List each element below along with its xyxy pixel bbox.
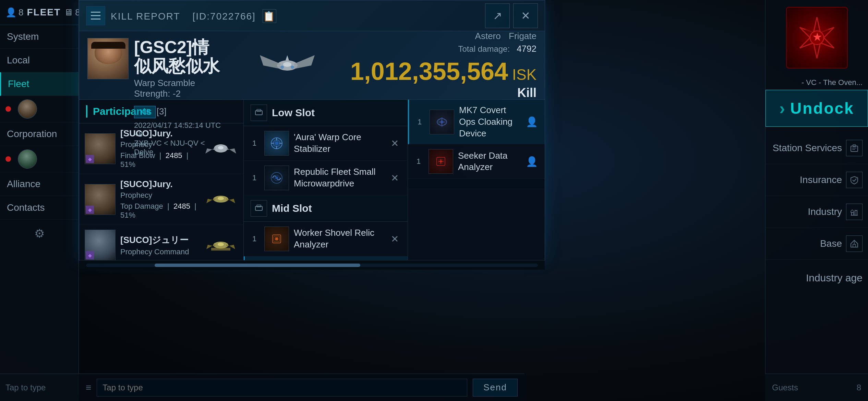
industry-icon	[846, 204, 863, 220]
faction-logo-svg: ★	[793, 14, 841, 62]
mid-slot-icon	[251, 200, 267, 217]
kill-type-label: Kill	[350, 86, 537, 100]
ship-small-svg-3	[205, 236, 236, 255]
export-button[interactable]: ↗	[485, 3, 510, 28]
undock-button[interactable]: › Undock	[765, 90, 868, 127]
right-item-1[interactable]: 1 MK7 Covert Ops Cloaking Device 👤	[408, 100, 545, 144]
damage-line: Total damage: 4792	[350, 44, 537, 54]
sidebar-item-system[interactable]: System	[0, 25, 79, 49]
nav-item-station-services[interactable]: Station Services	[765, 132, 868, 164]
chat-menu-icon[interactable]: ≡	[86, 382, 91, 393]
item-qty-2: 1	[249, 173, 260, 182]
person-icon-covert[interactable]: 👤	[524, 114, 539, 130]
scrollbar-container	[79, 260, 545, 270]
nav-item-insurance[interactable]: Insurance	[765, 164, 868, 196]
participant-info-2: [SUCO]Jury. Prophecy Top Damage | 2485 |…	[120, 179, 199, 220]
participant-entry-2[interactable]: ◆ [SUCO]Jury. Prophecy Top Damage | 2485…	[79, 174, 243, 225]
nav-item-base[interactable]: Base	[765, 228, 868, 260]
item-name-3: Worker Shovel Relic Analyzer	[294, 227, 382, 251]
total-damage-value: 4792	[517, 44, 537, 54]
participant-info-3: [SUCO]ジュリー Prophecy Command	[120, 234, 199, 256]
svg-point-2	[280, 65, 284, 69]
kill-stats: Astero Frigate Total damage: 4792 1,012,…	[342, 31, 545, 99]
item-remove-1[interactable]: ✕	[387, 136, 402, 151]
chat-bottom-bar: ≡ Send	[79, 374, 525, 401]
low-slot-icon	[251, 105, 267, 121]
sidebar-item-fleet[interactable]: Fleet	[0, 72, 79, 96]
rank-icon-2: ◆	[86, 206, 94, 214]
industry-age-label: Industry age	[771, 272, 863, 284]
guests-label: Guests	[772, 383, 798, 392]
participant-entry-3[interactable]: ◆ [SUCO]ジュリー Prophecy Command	[79, 225, 243, 260]
low-slot-item-1[interactable]: 1 'Aura' Warp Core Stabilizer ✕	[244, 126, 408, 161]
right-item-name-2: Seeker Data Analyzer	[458, 150, 519, 173]
kill-report-id: [ID:7022766]	[193, 11, 256, 22]
right-item-name-1: MK7 Covert Ops Cloaking Device	[459, 105, 519, 139]
fleet-count: 👤 8	[5, 7, 23, 18]
victim-section: [GSC2]情似风愁似水 Warp Scramble Strength: -2 …	[79, 31, 232, 99]
kill-report-title-text: KILL REPORT	[111, 11, 180, 22]
dialog-title: KILL REPORT [ID:7022766] 📋	[111, 8, 480, 23]
mid-slot-item-2[interactable]: 1 'Explorer' Wide Range Wave... 👤	[244, 256, 408, 260]
low-slot-item-2[interactable]: 1 Republic Fleet Small Microwarpdrive ✕	[244, 161, 408, 195]
isk-unit: ISK	[512, 66, 537, 83]
menu-line-2	[91, 15, 100, 16]
industry-label: Industry	[808, 206, 842, 217]
participant-entry-1[interactable]: ◆ [SUCO]Jury. Prophecy Final Blow | 2485…	[79, 123, 243, 174]
sidebar-item-local[interactable]: Local	[0, 49, 79, 72]
sidebar-item-alliance[interactable]: Alliance	[0, 172, 79, 196]
kill-report-dialog: KILL REPORT [ID:7022766] 📋 ↗ ✕ [GSC	[79, 0, 545, 260]
dialog-titlebar: KILL REPORT [ID:7022766] 📋 ↗ ✕	[79, 0, 545, 31]
sidebar-item-contacts[interactable]: Contacts	[0, 196, 79, 220]
sidebar-label-contacts: Contacts	[7, 202, 45, 213]
nav-item-industry[interactable]: Industry	[765, 196, 868, 228]
menu-icon-button[interactable]	[86, 6, 105, 25]
item-name-2: Republic Fleet Small Microwarpdrive	[294, 166, 382, 190]
damage-1: 2485	[166, 151, 182, 160]
scrollbar-track[interactable]	[86, 264, 538, 267]
copy-icon[interactable]: 📋	[263, 9, 276, 23]
scrollbar-thumb[interactable]	[155, 264, 360, 267]
settings-button[interactable]: ⚙	[30, 224, 49, 243]
damage-2: 2485	[173, 202, 190, 210]
percent-1: 51%	[120, 160, 135, 169]
victim-avatar-face	[88, 38, 128, 79]
sidebar-item-corporation[interactable]: Corporation	[0, 122, 79, 146]
item-remove-2[interactable]: ✕	[387, 170, 402, 185]
warp-core-icon	[264, 131, 289, 156]
participant-ship-3: Prophecy Command	[120, 247, 199, 256]
covert-ops-icon	[430, 110, 454, 134]
total-damage-label: Total damage:	[458, 44, 510, 53]
svg-point-1	[283, 62, 291, 67]
send-button[interactable]: Send	[473, 379, 518, 397]
item-remove-3[interactable]: ✕	[387, 231, 402, 246]
ship-small-svg-2	[205, 190, 236, 209]
participant-info-1: [SUCO]Jury. Prophecy Final Blow | 2485 |…	[120, 128, 199, 169]
avatar-1	[18, 99, 37, 119]
mid-slot-item-1[interactable]: 1 Worker Shovel Relic Analyzer ✕	[244, 222, 408, 256]
right-item-qty-1: 1	[414, 118, 425, 126]
victim-corp-info: Warp Scramble Strength: -2	[134, 78, 224, 99]
fleet-count-value: 8	[19, 7, 23, 18]
location-label: - VC - The Oven...	[765, 75, 868, 90]
close-dialog-button[interactable]: ✕	[513, 3, 538, 28]
status-dot-2	[5, 156, 11, 162]
sidebar-label-system: System	[7, 31, 39, 42]
base-label: Base	[820, 238, 842, 249]
fleet-label: FLEET	[27, 7, 61, 18]
svg-rect-52	[855, 210, 857, 215]
victim-name: [GSC2]情似风愁似水	[134, 38, 224, 76]
relic-analyzer-icon	[264, 227, 289, 251]
participant-avatar-2: ◆	[85, 184, 116, 215]
person-icon-seeker[interactable]: 👤	[524, 154, 539, 169]
participant-name-3: [SUCO]ジュリー	[120, 234, 199, 246]
chat-input-field[interactable]	[97, 379, 467, 397]
ship-name: Astero	[475, 31, 501, 41]
participant-name-1: [SUCO]Jury.	[120, 128, 199, 139]
participant-ship-img-3	[204, 235, 238, 255]
right-item-2[interactable]: 1 Seeker Data Analyzer 👤	[408, 144, 545, 179]
dialog-actions: ↗ ✕	[485, 3, 538, 28]
low-slot-header: Low Slot	[244, 100, 408, 126]
stat-type-1: Final Blow	[120, 151, 155, 160]
dialog-content: Participants [3] ◆ [SUCO]Jury. Prophecy …	[79, 100, 545, 260]
